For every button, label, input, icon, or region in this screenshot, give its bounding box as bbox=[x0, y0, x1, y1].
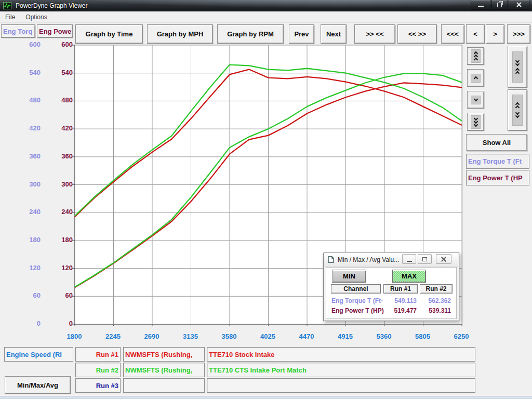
y-tick-label-power: 60 bbox=[48, 291, 73, 299]
collapse-range-icon bbox=[512, 51, 523, 83]
scroll-right-button[interactable]: > bbox=[486, 24, 504, 44]
menu-options[interactable]: Options bbox=[20, 11, 52, 22]
app-icon bbox=[3, 2, 11, 9]
y-tick-label-power: 180 bbox=[48, 236, 73, 244]
run3-comment-field[interactable] bbox=[123, 378, 205, 393]
run1-comment-field[interactable]: NWMSFTS (Rushing, bbox=[123, 347, 205, 362]
y-range-collapse-button[interactable] bbox=[508, 46, 527, 88]
title-bar[interactable]: PowerDyne Graph Viewer bbox=[0, 0, 532, 11]
run2-comment-field[interactable]: NWMSFTS (Rushing, bbox=[123, 363, 205, 377]
menu-bar: File Options bbox=[0, 11, 532, 23]
graph-by-mph-button[interactable]: Graph by MPH bbox=[147, 24, 213, 44]
prev-button[interactable]: Prev bbox=[289, 24, 314, 44]
y-tick-label-power: 360 bbox=[48, 152, 73, 160]
minmax-row-value: 562.362 bbox=[420, 297, 451, 304]
minimize-button[interactable] bbox=[471, 0, 490, 10]
torque-channel-label[interactable]: Eng Torque T (Ft bbox=[466, 154, 529, 169]
column-header-channel: Channel bbox=[331, 284, 381, 294]
run3-description-field[interactable] bbox=[207, 378, 475, 393]
x-axis-channel-label: Engine Speed (RI bbox=[4, 347, 73, 362]
x-tick-label: 5360 bbox=[367, 332, 401, 340]
power-channel-label[interactable]: Eng Power T (HP bbox=[466, 170, 529, 185]
scroll-left-button[interactable]: < bbox=[466, 24, 485, 44]
y-tick-label-power: 420 bbox=[48, 124, 73, 132]
restore-icon bbox=[497, 3, 502, 7]
y-scroll-bottom-button[interactable] bbox=[467, 113, 484, 131]
graph-by-time-button[interactable]: Graph by Time bbox=[75, 24, 143, 44]
torque-channel-button[interactable]: Eng Torq bbox=[1, 24, 35, 38]
y-scroll-up-button[interactable] bbox=[467, 69, 484, 87]
restore-icon bbox=[422, 257, 427, 261]
minmax-window-title: Min / Max / Avg Valu... bbox=[338, 256, 399, 263]
minmax-restore-button[interactable] bbox=[418, 254, 432, 264]
y-tick-label-power: 240 bbox=[48, 208, 73, 216]
zoom-in-x-button[interactable]: >> << bbox=[354, 24, 395, 44]
y-scroll-down-button[interactable] bbox=[467, 91, 484, 109]
y-tick-label-torque: 0 bbox=[16, 320, 41, 327]
close-button[interactable] bbox=[509, 0, 529, 10]
minmax-row-value: 519.477 bbox=[383, 307, 417, 314]
close-icon bbox=[516, 2, 522, 8]
y-tick-label-power: 600 bbox=[48, 41, 73, 48]
x-tick-label: 3580 bbox=[212, 332, 246, 340]
run2-label: Run #2 bbox=[75, 363, 121, 377]
run1-description-field[interactable]: TTE710 Stock Intake bbox=[207, 347, 475, 362]
y-tick-label-torque: 600 bbox=[16, 41, 41, 48]
triple-chevron-up-icon bbox=[471, 49, 481, 63]
chevron-down-icon bbox=[471, 96, 481, 104]
y-tick-label-torque: 540 bbox=[16, 69, 41, 76]
minmax-avg-button[interactable]: Min/Max/Avg bbox=[5, 376, 71, 394]
y-tick-label-torque: 180 bbox=[16, 236, 41, 244]
run3-label: Run #3 bbox=[75, 378, 121, 393]
y-tick-label-power: 0 bbox=[48, 320, 73, 327]
y-tick-label-torque: 360 bbox=[16, 152, 41, 160]
x-tick-label: 4025 bbox=[251, 332, 285, 340]
minmax-minimize-button[interactable] bbox=[402, 254, 416, 264]
y-tick-label-torque: 120 bbox=[16, 264, 41, 272]
x-tick-label: 2245 bbox=[97, 332, 130, 340]
y-range-expand-button[interactable] bbox=[508, 89, 527, 131]
window-bottom-edge bbox=[0, 396, 532, 399]
y-tick-label-torque: 300 bbox=[16, 180, 41, 188]
minmax-window: Min / Max / Avg Valu... MIN MAX Channel … bbox=[323, 252, 459, 321]
y-tick-label-torque: 240 bbox=[16, 208, 41, 216]
power-channel-button[interactable]: Eng Powe bbox=[37, 24, 73, 38]
zoom-out-x-button[interactable]: << >> bbox=[397, 24, 437, 44]
window-title: PowerDyne Graph Viewer bbox=[16, 2, 88, 9]
expand-range-icon bbox=[512, 95, 523, 126]
minimize-icon bbox=[407, 261, 412, 262]
y-tick-label-power: 300 bbox=[48, 180, 73, 188]
x-tick-label: 4915 bbox=[329, 332, 362, 340]
x-tick-label: 6250 bbox=[445, 332, 478, 340]
x-tick-label: 3135 bbox=[174, 332, 207, 340]
close-icon bbox=[441, 257, 446, 262]
min-toggle-button[interactable]: MIN bbox=[332, 270, 366, 283]
x-tick-label: 4470 bbox=[290, 332, 323, 340]
next-button[interactable]: Next bbox=[321, 24, 347, 44]
x-tick-label: 1800 bbox=[58, 332, 91, 340]
minmax-row-channel: Eng Power T (HP) bbox=[331, 307, 384, 314]
minmax-close-button[interactable] bbox=[436, 254, 451, 264]
run1-label: Run #1 bbox=[75, 347, 121, 362]
document-icon bbox=[327, 256, 335, 263]
run2-description-field[interactable]: TTE710 CTS Intake Port Match bbox=[207, 363, 475, 377]
graph-by-rpm-button[interactable]: Graph by RPM bbox=[217, 24, 284, 44]
scroll-far-left-button[interactable]: <<< bbox=[441, 24, 464, 44]
column-header-run1: Run #1 bbox=[383, 284, 418, 294]
y-scroll-top-button[interactable] bbox=[467, 47, 484, 65]
minmax-row-value: 539.311 bbox=[420, 307, 451, 314]
triple-chevron-down-icon bbox=[471, 115, 481, 129]
scroll-far-right-button[interactable]: >>> bbox=[507, 24, 530, 44]
show-all-button[interactable]: Show All bbox=[466, 134, 527, 151]
minmax-row-channel: Eng Torque T (Ft- bbox=[331, 297, 383, 304]
max-toggle-button[interactable]: MAX bbox=[392, 270, 426, 283]
minmax-row-value: 549.113 bbox=[383, 297, 417, 304]
y-tick-label-torque: 420 bbox=[16, 124, 41, 132]
minimize-icon bbox=[478, 6, 484, 7]
menu-file[interactable]: File bbox=[0, 11, 20, 22]
chevron-up-icon bbox=[471, 74, 481, 83]
y-tick-label-power: 540 bbox=[48, 69, 73, 76]
restore-button[interactable] bbox=[491, 0, 508, 10]
x-tick-label: 5805 bbox=[406, 332, 440, 340]
x-tick-label: 2690 bbox=[135, 332, 168, 340]
